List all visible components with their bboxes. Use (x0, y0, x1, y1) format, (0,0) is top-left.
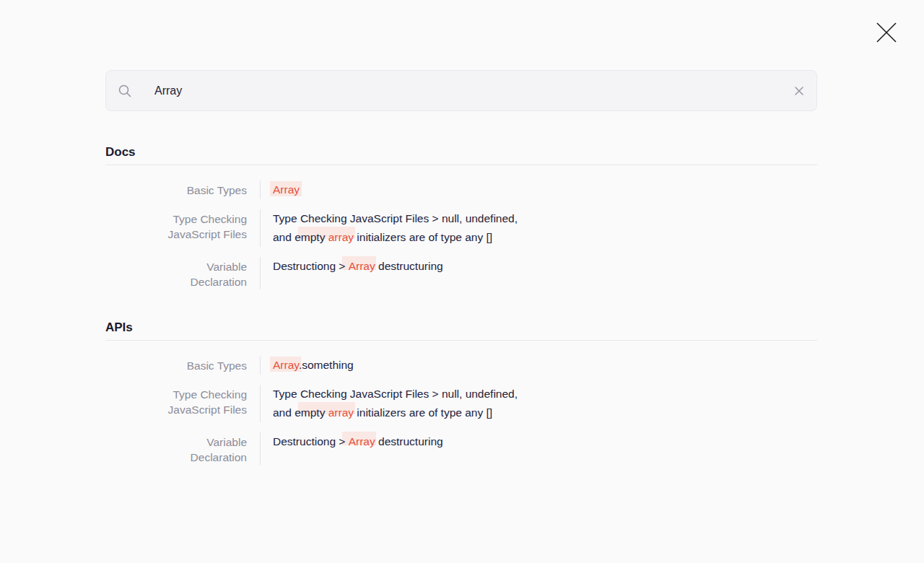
highlighted-term: Array (349, 435, 375, 448)
result-label-text: Variable Declaration (159, 435, 247, 465)
snippet-text: .something (299, 359, 354, 371)
search-overlay: { "overlay": { "close_icon": "close-x-ic… (0, 0, 924, 563)
search-result-row[interactable]: Variable DeclarationDestructiong > Array… (105, 257, 817, 289)
highlighted-term: Array (273, 183, 300, 196)
section-title: APIs (105, 321, 817, 341)
result-label-text: Basic Types (187, 183, 247, 198)
result-label-text: Basic Types (187, 358, 247, 373)
close-x-icon (873, 19, 899, 45)
close-overlay-button[interactable] (873, 19, 900, 46)
clear-x-icon (793, 85, 805, 97)
search-panel: DocsBasic TypesArrayType Checking JavaSc… (105, 70, 817, 475)
highlighted-term: array (328, 406, 354, 419)
result-divider (260, 257, 261, 289)
search-result-row[interactable]: Basic TypesArray.something (105, 356, 817, 375)
result-label-text: Type Checking JavaScript Files (159, 211, 247, 242)
highlighted-term: array (328, 231, 354, 243)
result-snippet: Type Checking JavaScript Files > null, u… (273, 385, 518, 422)
result-divider (260, 180, 261, 199)
result-label-text: Variable Declaration (159, 259, 247, 289)
search-result-row[interactable]: Type Checking JavaScript FilesType Check… (105, 209, 817, 247)
results-area: DocsBasic TypesArrayType Checking JavaSc… (105, 146, 817, 465)
results-section: APIsBasic TypesArray.somethingType Check… (105, 321, 817, 465)
snippet-text: and empty (273, 406, 328, 419)
result-snippet: Array.something (273, 356, 354, 375)
result-divider (260, 385, 261, 422)
snippet-text: destructuring (375, 260, 443, 272)
snippet-text: and empty (273, 231, 328, 243)
result-divider (260, 432, 261, 465)
snippet-text: Type Checking JavaScript Files > null, u… (273, 212, 518, 224)
search-result-row[interactable]: Type Checking JavaScript FilesType Check… (105, 385, 817, 422)
section-rows: Basic TypesArray.somethingType Checking … (105, 341, 817, 465)
result-snippet: Array (273, 180, 300, 199)
result-divider (260, 356, 261, 375)
result-label: Type Checking JavaScript Files (105, 385, 247, 422)
section-rows: Basic TypesArrayType Checking JavaScript… (105, 165, 817, 289)
search-result-row[interactable]: Basic TypesArray (105, 180, 817, 199)
result-label: Basic Types (105, 356, 247, 375)
result-label: Basic Types (105, 180, 247, 199)
result-label-text: Type Checking JavaScript Files (159, 387, 247, 417)
result-divider (260, 209, 261, 247)
result-snippet: Destructiong > Array destructuring (273, 257, 443, 289)
search-bar (105, 70, 817, 111)
section-title: Docs (105, 146, 817, 165)
snippet-text: Destructiong > (273, 435, 349, 448)
snippet-text: Destructiong > (273, 260, 349, 272)
highlighted-term: Array (349, 260, 375, 272)
highlighted-term: Array (273, 359, 299, 371)
result-snippet: Destructiong > Array destructuring (273, 432, 443, 465)
search-icon (118, 84, 132, 98)
result-snippet: Type Checking JavaScript Files > null, u… (273, 209, 518, 247)
result-label: Variable Declaration (105, 257, 247, 289)
search-input[interactable] (154, 84, 793, 97)
snippet-text: initializers are of type any [] (354, 231, 492, 243)
snippet-text: Type Checking JavaScript Files > null, u… (273, 388, 518, 400)
results-section: DocsBasic TypesArrayType Checking JavaSc… (105, 146, 817, 289)
result-label: Variable Declaration (105, 432, 247, 465)
clear-search-button[interactable] (793, 85, 805, 97)
result-label: Type Checking JavaScript Files (105, 209, 247, 247)
snippet-text: destructuring (375, 435, 443, 448)
search-result-row[interactable]: Variable DeclarationDestructiong > Array… (105, 432, 817, 465)
snippet-text: initializers are of type any [] (354, 406, 492, 419)
